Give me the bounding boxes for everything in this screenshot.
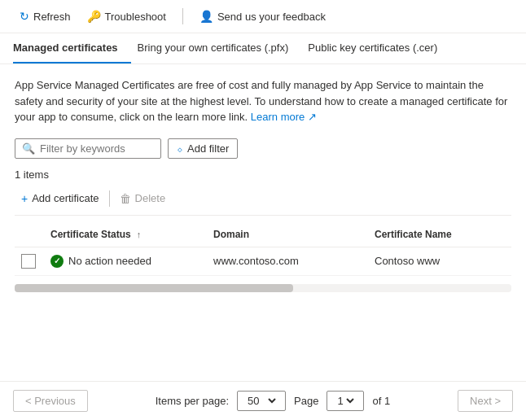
search-input[interactable]	[40, 142, 154, 155]
table-row: No action needed www.contoso.com Contoso…	[15, 247, 511, 276]
delete-label: Delete	[135, 192, 166, 204]
troubleshoot-button[interactable]: 🔑 Troubleshoot	[81, 7, 173, 26]
action-bar: + Add certificate 🗑 Delete	[15, 189, 511, 216]
pagination-center: Items per page: 50 100 200 Page 1 of 1	[156, 391, 390, 411]
header-domain-col: Domain	[213, 229, 375, 240]
refresh-button[interactable]: ↻ Refresh	[13, 7, 77, 26]
pagination-footer: < Previous Items per page: 50 100 200 Pa…	[0, 381, 526, 420]
search-box[interactable]: 🔍	[15, 138, 161, 159]
add-icon: +	[21, 192, 28, 205]
tab-public-key-certificates[interactable]: Public key certificates (.cer)	[308, 33, 450, 63]
action-divider	[109, 190, 110, 207]
header-cert-name-col: Certificate Name	[375, 229, 505, 240]
tab-managed-certificates[interactable]: Managed certificates	[13, 33, 131, 63]
page-number-select[interactable]: 1	[327, 391, 364, 411]
horizontal-scrollbar[interactable]	[15, 284, 511, 292]
delete-button[interactable]: 🗑 Delete	[113, 189, 173, 208]
refresh-label: Refresh	[33, 11, 71, 23]
troubleshoot-label: Troubleshoot	[105, 11, 166, 23]
header-status-col: Certificate Status ↑	[50, 229, 213, 240]
items-count: 1 items	[15, 168, 511, 181]
toolbar: ↻ Refresh 🔑 Troubleshoot 👤 Send us your …	[0, 0, 526, 33]
table-header: Certificate Status ↑ Domain Certificate …	[15, 222, 511, 247]
certificates-table: Certificate Status ↑ Domain Certificate …	[15, 222, 511, 276]
feedback-button[interactable]: 👤 Send us your feedback	[193, 7, 332, 26]
page-label: Page	[294, 395, 318, 407]
tabs-bar: Managed certificates Bring your own cert…	[0, 33, 526, 64]
row-checkbox[interactable]	[21, 254, 36, 269]
refresh-icon: ↻	[20, 10, 29, 23]
items-per-page-select[interactable]: 50 100 200	[237, 391, 286, 411]
filter-icon: ⬦	[177, 142, 183, 155]
main-content: App Service Managed Certificates are fre…	[0, 64, 526, 305]
domain-value: www.contoso.com	[213, 255, 299, 267]
add-certificate-label: Add certificate	[32, 192, 99, 204]
next-button[interactable]: Next >	[458, 390, 513, 412]
feedback-label: Send us your feedback	[217, 11, 326, 23]
tab-bring-own-certificates[interactable]: Bring your own certificates (.pfx)	[138, 33, 302, 63]
delete-icon: 🗑	[120, 192, 131, 205]
search-icon: 🔍	[22, 142, 35, 155]
add-filter-button[interactable]: ⬦ Add filter	[168, 138, 238, 159]
status-ok-icon	[50, 255, 64, 268]
page-number-dropdown[interactable]: 1	[334, 394, 357, 408]
add-certificate-button[interactable]: + Add certificate	[15, 189, 106, 208]
previous-button[interactable]: < Previous	[13, 390, 88, 412]
items-per-page-dropdown[interactable]: 50 100 200	[244, 394, 278, 408]
filter-row: 🔍 ⬦ Add filter	[15, 138, 511, 159]
sort-arrow-icon: ↑	[137, 230, 142, 239]
status-text: No action needed	[68, 255, 151, 267]
learn-more-link[interactable]: Learn more ↗	[251, 111, 317, 123]
description-text: App Service Managed Certificates are fre…	[15, 77, 511, 125]
feedback-icon: 👤	[199, 10, 213, 23]
toolbar-divider	[182, 8, 183, 24]
cert-name-value: Contoso www	[375, 255, 440, 267]
add-filter-label: Add filter	[187, 142, 229, 155]
status-badge: No action needed	[50, 255, 151, 268]
scroll-thumb[interactable]	[15, 284, 293, 292]
troubleshoot-icon: 🔑	[87, 10, 101, 23]
items-per-page-label: Items per page:	[156, 395, 229, 407]
of-total-label: of 1	[372, 395, 390, 407]
